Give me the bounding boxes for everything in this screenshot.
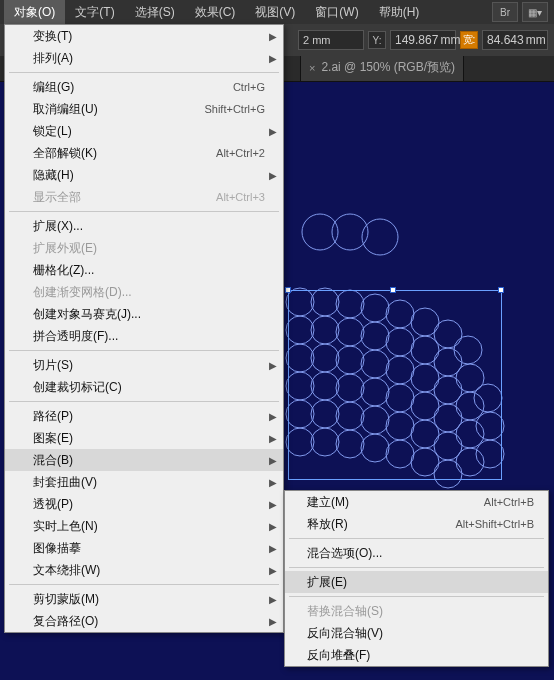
- menu-separator: [9, 401, 279, 402]
- submenu-arrow-icon: ▶: [269, 455, 277, 466]
- menu-item-label: 封套扭曲(V): [33, 474, 265, 491]
- menu-item[interactable]: 创建裁切标记(C): [5, 376, 283, 398]
- submenu-arrow-icon: ▶: [269, 616, 277, 627]
- menu-item-label: 显示全部: [33, 189, 216, 206]
- menu-item-label: 变换(T): [33, 28, 265, 45]
- submenu-arrow-icon: ▶: [269, 31, 277, 42]
- menu-item[interactable]: 剪切蒙版(M)▶: [5, 588, 283, 610]
- menubar: 对象(O) 文字(T) 选择(S) 效果(C) 视图(V) 窗口(W) 帮助(H…: [0, 0, 554, 24]
- menu-item[interactable]: 图案(E)▶: [5, 427, 283, 449]
- menubar-item-view[interactable]: 视图(V): [245, 0, 305, 25]
- menu-item-shortcut: Shift+Ctrl+G: [204, 103, 265, 115]
- submenu-arrow-icon: ▶: [269, 565, 277, 576]
- menu-item[interactable]: 混合(B)▶: [5, 449, 283, 471]
- menu-separator: [9, 72, 279, 73]
- menu-item[interactable]: 隐藏(H)▶: [5, 164, 283, 186]
- selection-box: [288, 290, 502, 480]
- submenu-arrow-icon: ▶: [269, 521, 277, 532]
- menu-item-label: 隐藏(H): [33, 167, 265, 184]
- menu-item[interactable]: 反向混合轴(V): [285, 622, 548, 644]
- menubar-item-text[interactable]: 文字(T): [65, 0, 124, 25]
- menu-item-label: 创建对象马赛克(J)...: [33, 306, 265, 323]
- menu-item-label: 替换混合轴(S): [307, 603, 534, 620]
- menu-item-label: 实时上色(N): [33, 518, 265, 535]
- menu-item[interactable]: 编组(G)Ctrl+G: [5, 76, 283, 98]
- menu-item[interactable]: 图像描摹▶: [5, 537, 283, 559]
- menu-item[interactable]: 文本绕排(W)▶: [5, 559, 283, 581]
- layout-button[interactable]: ▦▾: [522, 2, 548, 22]
- menu-item-label: 反向堆叠(F): [307, 647, 534, 664]
- menu-item-label: 扩展(E): [307, 574, 534, 591]
- y-label: Y:: [368, 31, 386, 49]
- menu-separator: [9, 584, 279, 585]
- object-menu: 变换(T)▶排列(A)▶编组(G)Ctrl+G取消编组(U)Shift+Ctrl…: [4, 24, 284, 633]
- y-value[interactable]: 149.867mm: [390, 30, 456, 50]
- menu-item-label: 反向混合轴(V): [307, 625, 534, 642]
- menubar-item-object[interactable]: 对象(O): [4, 0, 65, 25]
- menu-item[interactable]: 变换(T)▶: [5, 25, 283, 47]
- menubar-item-select[interactable]: 选择(S): [125, 0, 185, 25]
- menu-item-shortcut: Alt+Ctrl+B: [484, 496, 534, 508]
- menu-item-label: 扩展(X)...: [33, 218, 265, 235]
- selection-handle[interactable]: [285, 287, 291, 293]
- selection-handle[interactable]: [390, 287, 396, 293]
- w-value[interactable]: 84.643mm: [482, 30, 548, 50]
- menu-item[interactable]: 建立(M)Alt+Ctrl+B: [285, 491, 548, 513]
- menu-item-label: 全部解锁(K): [33, 145, 216, 162]
- menu-item: 替换混合轴(S): [285, 600, 548, 622]
- menu-item: 显示全部Alt+Ctrl+3: [5, 186, 283, 208]
- menu-item-label: 编组(G): [33, 79, 233, 96]
- submenu-arrow-icon: ▶: [269, 126, 277, 137]
- menu-item-label: 建立(M): [307, 494, 484, 511]
- menu-item-label: 排列(A): [33, 50, 265, 67]
- selection-handle[interactable]: [498, 287, 504, 293]
- menu-item[interactable]: 封套扭曲(V)▶: [5, 471, 283, 493]
- menu-item-label: 文本绕排(W): [33, 562, 265, 579]
- menu-item[interactable]: 排列(A)▶: [5, 47, 283, 69]
- menu-separator: [289, 567, 544, 568]
- menu-item[interactable]: 全部解锁(K)Alt+Ctrl+2: [5, 142, 283, 164]
- menu-item[interactable]: 复合路径(O)▶: [5, 610, 283, 632]
- menu-item[interactable]: 扩展(X)...: [5, 215, 283, 237]
- menu-item[interactable]: 栅格化(Z)...: [5, 259, 283, 281]
- menu-item[interactable]: 反向堆叠(F): [285, 644, 548, 666]
- menu-item[interactable]: 创建对象马赛克(J)...: [5, 303, 283, 325]
- menu-item-label: 路径(P): [33, 408, 265, 425]
- menu-item[interactable]: 路径(P)▶: [5, 405, 283, 427]
- bridge-button[interactable]: Br: [492, 2, 518, 22]
- menu-item-shortcut: Alt+Shift+Ctrl+B: [455, 518, 534, 530]
- submenu-arrow-icon: ▶: [269, 499, 277, 510]
- w-label: 宽:: [460, 31, 478, 49]
- tab-title: 2.ai @ 150% (RGB/预览): [321, 59, 455, 76]
- menu-separator: [289, 538, 544, 539]
- menu-item-label: 锁定(L): [33, 123, 265, 140]
- menu-item[interactable]: 取消编组(U)Shift+Ctrl+G: [5, 98, 283, 120]
- menubar-item-window[interactable]: 窗口(W): [305, 0, 368, 25]
- menu-item[interactable]: 拼合透明度(F)...: [5, 325, 283, 347]
- svg-point-0: [302, 214, 338, 250]
- menu-item[interactable]: 释放(R)Alt+Shift+Ctrl+B: [285, 513, 548, 535]
- menu-item[interactable]: 锁定(L)▶: [5, 120, 283, 142]
- menu-item[interactable]: 扩展(E): [285, 571, 548, 593]
- menu-item-shortcut: Ctrl+G: [233, 81, 265, 93]
- menu-item-label: 创建渐变网格(D)...: [33, 284, 265, 301]
- submenu-arrow-icon: ▶: [269, 433, 277, 444]
- menubar-item-effect[interactable]: 效果(C): [185, 0, 246, 25]
- menu-item-label: 栅格化(Z)...: [33, 262, 265, 279]
- document-tab[interactable]: × 2.ai @ 150% (RGB/预览): [300, 53, 464, 81]
- x-value[interactable]: 2 mm: [298, 30, 364, 50]
- menu-item[interactable]: 实时上色(N)▶: [5, 515, 283, 537]
- menu-item: 创建渐变网格(D)...: [5, 281, 283, 303]
- menu-item[interactable]: 混合选项(O)...: [285, 542, 548, 564]
- submenu-arrow-icon: ▶: [269, 543, 277, 554]
- tab-close-icon[interactable]: ×: [309, 62, 315, 74]
- blend-submenu: 建立(M)Alt+Ctrl+B释放(R)Alt+Shift+Ctrl+B混合选项…: [284, 490, 549, 667]
- menu-item-label: 扩展外观(E): [33, 240, 265, 257]
- menu-item-label: 混合选项(O)...: [307, 545, 534, 562]
- menu-item[interactable]: 透视(P)▶: [5, 493, 283, 515]
- menubar-item-help[interactable]: 帮助(H): [369, 0, 430, 25]
- submenu-arrow-icon: ▶: [269, 594, 277, 605]
- menu-item[interactable]: 切片(S)▶: [5, 354, 283, 376]
- menu-item: 扩展外观(E): [5, 237, 283, 259]
- menu-separator: [9, 350, 279, 351]
